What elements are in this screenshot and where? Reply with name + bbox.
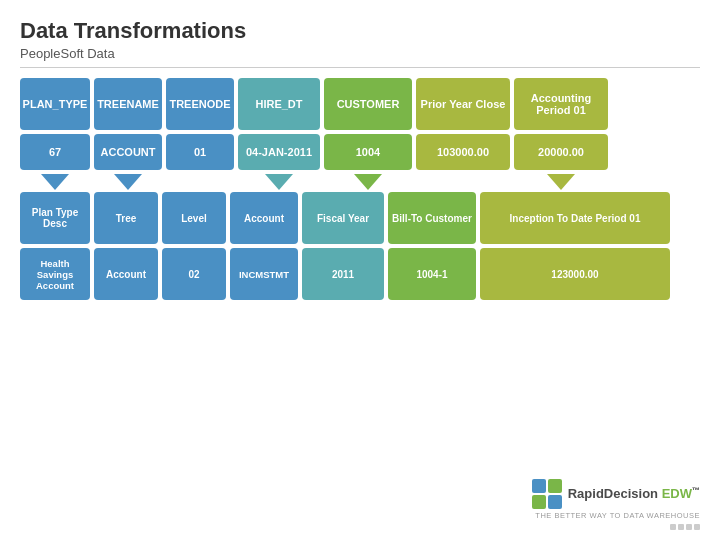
value-row: 67 ACCOUNT 01 04-JAN-2011 1004 103000.00…	[20, 134, 700, 170]
treenode-value: 01	[166, 134, 234, 170]
svg-rect-1	[548, 479, 562, 493]
logo-icon	[532, 479, 562, 509]
treename-arrow	[114, 174, 142, 190]
customer-header: CUSTOMER	[324, 78, 412, 130]
tree-label: Tree	[94, 192, 158, 244]
plantype-value: 67	[20, 134, 90, 170]
grid-dots	[670, 524, 700, 530]
page-subtitle: PeopleSoft Data	[20, 46, 700, 68]
fiscalyear-label: Fiscal Year	[302, 192, 384, 244]
treenode-header: TREENODE	[166, 78, 234, 130]
bottom-label-row: Plan Type Desc Tree Level Account Fiscal…	[20, 192, 700, 244]
plantype-bottom-value: Health Savings Account	[20, 248, 90, 300]
plantype-header: PLAN_TYPE	[20, 78, 90, 130]
tree-value: Account	[94, 248, 158, 300]
plantype-label: Plan Type Desc	[20, 192, 90, 244]
customer-value: 1004	[324, 134, 412, 170]
accounting-header: Accounting Period 01	[514, 78, 608, 130]
account-label: Account	[230, 192, 298, 244]
level-label: Level	[162, 192, 226, 244]
accounting-arrow	[547, 174, 575, 190]
logo-text: RapidDecision EDW™	[568, 486, 700, 501]
billtocustomer-label: Bill-To Customer	[388, 192, 476, 244]
arrow-row	[20, 174, 700, 190]
account-value: ACCOUNT	[94, 134, 162, 170]
billtocustomer-value: 1004-1	[388, 248, 476, 300]
inception-label: Inception To Date Period 01	[480, 192, 670, 244]
bottom-value-row: Health Savings Account Account 02 INCMST…	[20, 248, 700, 300]
footer-tagline: THE BETTER WAY TO DATA WAREHOUSE	[535, 511, 700, 520]
svg-rect-2	[532, 495, 546, 509]
page-title: Data Transformations	[20, 18, 700, 44]
hiredt-header: HIRE_DT	[238, 78, 320, 130]
prioryear-value: 103000.00	[416, 134, 510, 170]
page: Data Transformations PeopleSoft Data PLA…	[0, 0, 720, 540]
fiscalyear-value: 2011	[302, 248, 384, 300]
svg-rect-3	[548, 495, 562, 509]
level-value: 02	[162, 248, 226, 300]
hiredt-value: 04-JAN-2011	[238, 134, 320, 170]
footer: RapidDecision EDW™ THE BETTER WAY TO DAT…	[532, 479, 700, 530]
header-row: PLAN_TYPE TREENAME TREENODE HIRE_DT CUST…	[20, 78, 700, 130]
treename-header: TREENAME	[94, 78, 162, 130]
prioryear-header: Prior Year Close	[416, 78, 510, 130]
hiredt-arrow	[265, 174, 293, 190]
inception-value: 123000.00	[480, 248, 670, 300]
account-value2: INCMSTMT	[230, 248, 298, 300]
customer-arrow	[354, 174, 382, 190]
accounting-value: 20000.00	[514, 134, 608, 170]
plantype-arrow	[41, 174, 69, 190]
svg-rect-0	[532, 479, 546, 493]
